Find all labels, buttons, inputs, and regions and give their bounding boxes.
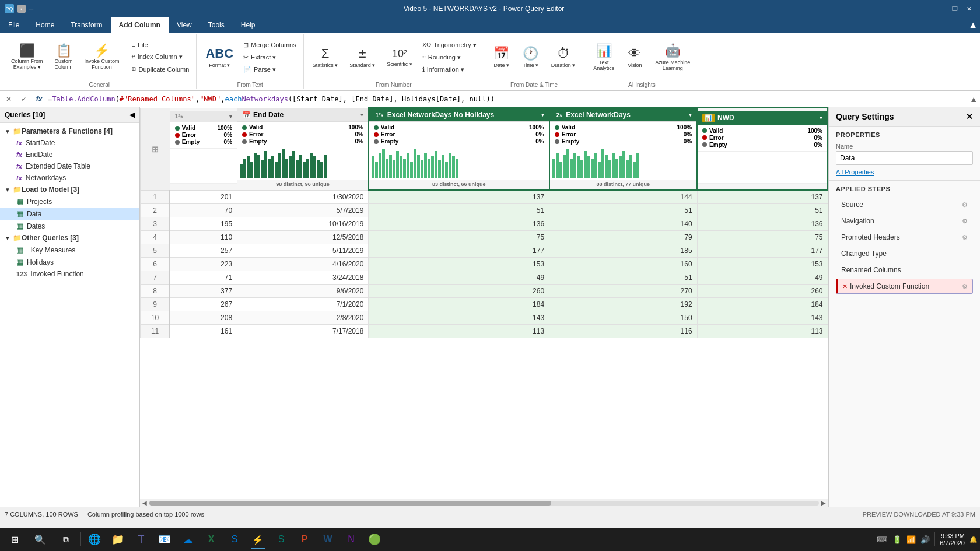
step-changed-type[interactable]: Changed Type <box>836 246 973 261</box>
scrollbar-thumb[interactable] <box>149 501 551 506</box>
col1-header-top[interactable]: 1²₃ ▾ <box>170 111 237 122</box>
nwd-header-top[interactable]: 📊 NWD ▾ <box>698 111 827 125</box>
table-row[interactable]: 111617/17/2018113116113 <box>141 325 828 338</box>
queries-collapse-btn[interactable]: ◀ <box>130 111 135 119</box>
table-row[interactable]: 7713/24/2018495149 <box>141 271 828 285</box>
table-row[interactable]: 319510/16/2019136140136 <box>141 217 828 231</box>
step-navigation[interactable]: Navigation ⚙ <box>836 213 973 229</box>
query-group-header-other[interactable]: ▼ 📁 Other Queries [3] <box>0 232 139 244</box>
standard-btn[interactable]: ± Standard ▾ <box>344 42 380 72</box>
task-view-btn[interactable]: ⧉ <box>54 529 78 550</box>
scroll-left-btn[interactable]: ◀ <box>142 500 147 506</box>
query-item-networkdays[interactable]: fx Networkdays <box>0 172 139 184</box>
query-item-enddate[interactable]: fx EndDate <box>0 149 139 160</box>
index-column-btn[interactable]: # Index Column ▾ <box>128 51 193 62</box>
query-group-header-load-model[interactable]: ▼ 📁 Load to Model [3] <box>0 184 139 195</box>
no-holidays-dropdown-icon[interactable]: ▾ <box>541 112 544 118</box>
tab-add-column[interactable]: Add Column <box>111 17 169 33</box>
taskbar-sharepoint[interactable]: S <box>223 529 246 550</box>
taskbar-onenote[interactable]: N <box>340 529 362 550</box>
table-row[interactable]: 92677/1/2020184192184 <box>141 298 828 311</box>
trigonometry-btn[interactable]: XΩ Trigonometry ▾ <box>419 40 480 51</box>
table-row[interactable]: 52575/11/2019177185177 <box>141 244 828 258</box>
table-row[interactable]: 102082/8/2020143150143 <box>141 311 828 325</box>
query-item-holidays[interactable]: ▦ Holidays <box>0 256 139 268</box>
taskbar-edge[interactable]: 🌐 <box>83 529 106 550</box>
close-btn[interactable]: ✕ <box>963 2 975 15</box>
duration-btn[interactable]: ⏱ Duration ▾ <box>546 42 581 72</box>
search-btn[interactable]: 🔍 <box>28 529 52 550</box>
with-holidays-dropdown-icon[interactable]: ▾ <box>689 112 692 118</box>
start-button[interactable]: ⊞ <box>2 529 27 550</box>
no-holidays-header-top[interactable]: 1²₃ Excel NetworkDays No Holidays ▾ <box>369 108 549 122</box>
taskbar-clock[interactable]: 9:33 PM 6/7/2020 <box>940 532 965 546</box>
step-invoked-gear[interactable]: ⚙ <box>962 283 968 290</box>
query-item-invoked-function[interactable]: 123 Invoked Function <box>0 268 139 280</box>
table-row[interactable]: 12011/30/2020137144137 <box>141 190 828 204</box>
date-btn[interactable]: 📅 Date ▾ <box>488 42 516 72</box>
step-renamed-columns[interactable]: Renamed Columns <box>836 262 973 278</box>
table-row[interactable]: 2705/7/2019515151 <box>141 204 828 217</box>
step-promoted-headers[interactable]: Promoted Headers ⚙ <box>836 230 973 245</box>
taskbar-powerpoint[interactable]: P <box>293 529 316 550</box>
table-row[interactable]: 83779/6/2020260270260 <box>141 285 828 298</box>
step-promoted-gear[interactable]: ⚙ <box>962 234 968 241</box>
tab-home[interactable]: Home <box>27 17 62 33</box>
parse-btn[interactable]: 📄 Parse ▾ <box>240 64 300 75</box>
queries-list[interactable]: ▼ 📁 Parameters & Functions [4] fx StartD… <box>0 123 139 507</box>
tab-help[interactable]: Help <box>233 17 264 33</box>
query-item-startdate[interactable]: fx StartDate <box>0 137 139 149</box>
query-group-header-params[interactable]: ▼ 📁 Parameters & Functions [4] <box>0 125 139 137</box>
tab-transform[interactable]: Transform <box>62 17 110 33</box>
restore-btn[interactable]: ❐ <box>949 2 961 15</box>
formula-cancel-btn[interactable]: ✕ <box>2 93 15 106</box>
column-from-examples-btn[interactable]: ⬛ Column FromExamples ▾ <box>6 40 48 74</box>
tab-file[interactable]: File <box>0 17 27 33</box>
taskbar-sway[interactable]: S <box>270 529 292 550</box>
query-item-extended-date-table[interactable]: fx Extended Date Table <box>0 160 139 172</box>
taskbar-notification-icon[interactable]: 🔔 <box>970 536 978 543</box>
query-item-data[interactable]: ▦ Data <box>0 208 139 220</box>
taskbar-excel[interactable]: X <box>200 529 222 550</box>
taskbar-chrome[interactable]: 🟢 <box>363 529 386 550</box>
text-analytics-btn[interactable]: 📊 TextAnalytics <box>588 39 620 75</box>
scroll-right-btn[interactable]: ▶ <box>821 500 826 506</box>
query-item-projects[interactable]: ▦ Projects <box>0 195 139 208</box>
all-properties-link[interactable]: All Properties <box>836 169 973 176</box>
nwd-dropdown-icon[interactable]: ▾ <box>820 115 822 121</box>
step-source[interactable]: Source ⚙ <box>836 197 973 212</box>
step-navigation-gear[interactable]: ⚙ <box>962 217 968 225</box>
azure-ml-btn[interactable]: 🤖 Azure MachineLearning <box>650 39 695 75</box>
scientific-btn[interactable]: 10² Scientific ▾ <box>382 44 418 71</box>
taskbar-onedrive[interactable]: ☁ <box>177 529 199 550</box>
table-row[interactable]: 411012/5/2018757975 <box>141 231 828 244</box>
col1-dropdown-icon[interactable]: ▾ <box>229 114 232 120</box>
taskbar-file-explorer[interactable]: 📁 <box>107 529 129 550</box>
step-invoked-custom[interactable]: ✕ Invoked Custom Function ⚙ <box>836 279 973 294</box>
rounding-btn[interactable]: ≈ Rounding ▾ <box>419 52 480 63</box>
duplicate-column-btn[interactable]: ⧉ Duplicate Column <box>128 64 193 75</box>
formula-expand-btn[interactable]: ▲ <box>970 94 978 104</box>
settings-close-btn[interactable]: ✕ <box>966 112 973 121</box>
vision-btn[interactable]: 👁 Vision <box>621 42 649 72</box>
restore-icon[interactable]: ─ <box>29 6 33 12</box>
minimize-btn[interactable]: ─ <box>935 2 947 15</box>
format-btn[interactable]: ABC Format ▾ <box>200 42 239 72</box>
end-date-header-top[interactable]: 📅 End Date ▾ <box>237 108 368 122</box>
data-table-wrapper[interactable]: ⊞ 1²₃ ▾ <box>140 107 828 499</box>
custom-column-btn[interactable]: 📋 CustomColumn <box>50 40 78 74</box>
table-row[interactable]: 62234/16/2020153160153 <box>141 258 828 271</box>
invoke-custom-function-btn[interactable]: ⚡ Invoke CustomFunction <box>79 40 125 74</box>
tab-view[interactable]: View <box>169 17 200 33</box>
taskbar-teams[interactable]: T <box>130 529 152 550</box>
time-btn[interactable]: 🕐 Time ▾ <box>517 42 545 72</box>
conditional-column-btn[interactable]: ≡ File <box>128 40 193 50</box>
taskbar-word[interactable]: W <box>317 529 339 550</box>
query-item-key-measures[interactable]: ▦ _Key Measures <box>0 244 139 256</box>
taskbar-powerbi[interactable]: ⚡ <box>247 529 269 550</box>
tab-tools[interactable]: Tools <box>200 17 233 33</box>
name-prop-value[interactable]: Data <box>836 151 973 165</box>
scrollbar-track[interactable] <box>149 501 819 506</box>
with-holidays-header-top[interactable]: 2₃ Excel NetworkDays ▾ <box>550 108 696 122</box>
information-btn[interactable]: ℹ Information ▾ <box>419 64 480 75</box>
